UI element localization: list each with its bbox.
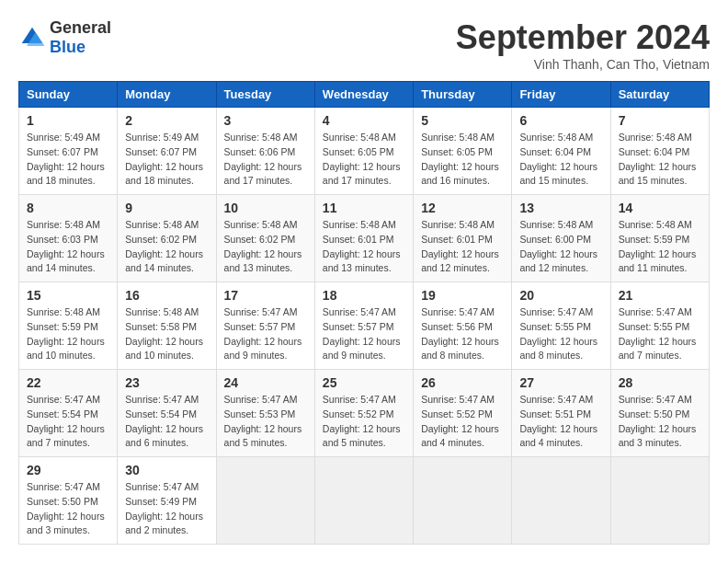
- calendar-day-28: 28 Sunrise: 5:47 AM Sunset: 5:50 PM Dayl…: [610, 370, 709, 457]
- calendar-day-3: 3 Sunrise: 5:48 AM Sunset: 6:06 PM Dayli…: [216, 108, 314, 195]
- day-info: Sunrise: 5:48 AM Sunset: 6:03 PM Dayligh…: [27, 218, 109, 276]
- calendar-day-26: 26 Sunrise: 5:47 AM Sunset: 5:52 PM Dayl…: [414, 370, 512, 457]
- day-number: 7: [619, 113, 701, 128]
- day-info: Sunrise: 5:47 AM Sunset: 5:55 PM Dayligh…: [519, 305, 602, 363]
- page-header: General Blue September 2024 Vinh Thanh, …: [18, 18, 710, 72]
- day-info: Sunrise: 5:48 AM Sunset: 5:58 PM Dayligh…: [125, 305, 208, 363]
- calendar-table: Sunday Monday Tuesday Wednesday Thursday…: [18, 81, 710, 545]
- calendar-day-8: 8 Sunrise: 5:48 AM Sunset: 6:03 PM Dayli…: [19, 195, 118, 282]
- calendar-day-9: 9 Sunrise: 5:48 AM Sunset: 6:02 PM Dayli…: [118, 195, 216, 282]
- day-number: 23: [125, 375, 208, 390]
- header-friday: Friday: [512, 82, 610, 108]
- day-number: 25: [323, 375, 405, 390]
- header-tuesday: Tuesday: [216, 82, 314, 108]
- day-number: 21: [619, 288, 701, 303]
- day-info: Sunrise: 5:47 AM Sunset: 5:50 PM Dayligh…: [619, 393, 701, 451]
- day-number: 15: [27, 288, 109, 303]
- calendar-week-1: 1 Sunrise: 5:49 AM Sunset: 6:07 PM Dayli…: [19, 108, 710, 195]
- day-info: Sunrise: 5:47 AM Sunset: 5:50 PM Dayligh…: [27, 480, 109, 538]
- day-number: 19: [421, 288, 504, 303]
- day-number: 24: [224, 375, 307, 390]
- calendar-week-5: 29 Sunrise: 5:47 AM Sunset: 5:50 PM Dayl…: [19, 457, 710, 545]
- day-info: Sunrise: 5:47 AM Sunset: 5:54 PM Dayligh…: [125, 393, 208, 451]
- calendar-day-7: 7 Sunrise: 5:48 AM Sunset: 6:04 PM Dayli…: [610, 108, 709, 195]
- day-number: 2: [125, 113, 208, 128]
- calendar-day-14: 14 Sunrise: 5:48 AM Sunset: 5:59 PM Dayl…: [610, 195, 709, 282]
- calendar-day-13: 13 Sunrise: 5:48 AM Sunset: 6:00 PM Dayl…: [512, 195, 610, 282]
- empty-cell: [512, 457, 610, 545]
- day-info: Sunrise: 5:48 AM Sunset: 5:59 PM Dayligh…: [27, 305, 109, 363]
- day-number: 29: [27, 463, 109, 477]
- day-info: Sunrise: 5:47 AM Sunset: 5:49 PM Dayligh…: [125, 480, 208, 538]
- calendar-day-2: 2 Sunrise: 5:49 AM Sunset: 6:07 PM Dayli…: [118, 108, 216, 195]
- calendar-day-5: 5 Sunrise: 5:48 AM Sunset: 6:05 PM Dayli…: [414, 108, 512, 195]
- logo-text-general: General: [50, 18, 111, 37]
- day-info: Sunrise: 5:47 AM Sunset: 5:57 PM Dayligh…: [224, 305, 307, 363]
- day-number: 14: [619, 201, 701, 215]
- day-info: Sunrise: 5:47 AM Sunset: 5:53 PM Dayligh…: [224, 393, 307, 451]
- day-number: 4: [323, 113, 405, 128]
- day-number: 22: [27, 375, 109, 390]
- empty-cell: [414, 457, 512, 545]
- calendar-day-20: 20 Sunrise: 5:47 AM Sunset: 5:55 PM Dayl…: [512, 282, 610, 370]
- calendar-day-30: 30 Sunrise: 5:47 AM Sunset: 5:49 PM Dayl…: [118, 457, 216, 545]
- day-info: Sunrise: 5:47 AM Sunset: 5:52 PM Dayligh…: [323, 393, 405, 451]
- calendar-day-21: 21 Sunrise: 5:47 AM Sunset: 5:55 PM Dayl…: [610, 282, 709, 370]
- day-number: 26: [421, 375, 504, 390]
- calendar-day-29: 29 Sunrise: 5:47 AM Sunset: 5:50 PM Dayl…: [19, 457, 118, 545]
- day-number: 6: [519, 113, 602, 128]
- day-number: 17: [224, 288, 307, 303]
- day-info: Sunrise: 5:47 AM Sunset: 5:52 PM Dayligh…: [421, 393, 504, 451]
- day-info: Sunrise: 5:48 AM Sunset: 6:05 PM Dayligh…: [421, 131, 504, 189]
- title-area: September 2024 Vinh Thanh, Can Tho, Viet…: [456, 18, 710, 72]
- day-number: 12: [421, 201, 504, 215]
- day-number: 1: [27, 113, 109, 128]
- empty-cell: [610, 457, 709, 545]
- header-sunday: Sunday: [19, 82, 118, 108]
- day-number: 8: [27, 201, 109, 215]
- calendar-day-25: 25 Sunrise: 5:47 AM Sunset: 5:52 PM Dayl…: [314, 370, 413, 457]
- calendar-day-19: 19 Sunrise: 5:47 AM Sunset: 5:56 PM Dayl…: [414, 282, 512, 370]
- day-number: 9: [125, 201, 208, 215]
- day-info: Sunrise: 5:48 AM Sunset: 6:06 PM Dayligh…: [224, 131, 307, 189]
- day-number: 16: [125, 288, 208, 303]
- day-number: 11: [323, 201, 405, 215]
- calendar-day-27: 27 Sunrise: 5:47 AM Sunset: 5:51 PM Dayl…: [512, 370, 610, 457]
- calendar-day-16: 16 Sunrise: 5:48 AM Sunset: 5:58 PM Dayl…: [118, 282, 216, 370]
- day-info: Sunrise: 5:48 AM Sunset: 6:01 PM Dayligh…: [323, 218, 405, 276]
- day-number: 30: [125, 463, 208, 477]
- header-monday: Monday: [118, 82, 216, 108]
- day-info: Sunrise: 5:47 AM Sunset: 5:51 PM Dayligh…: [519, 393, 602, 451]
- header-thursday: Thursday: [414, 82, 512, 108]
- calendar-day-18: 18 Sunrise: 5:47 AM Sunset: 5:57 PM Dayl…: [314, 282, 413, 370]
- logo-text-blue: Blue: [50, 38, 85, 56]
- calendar-week-2: 8 Sunrise: 5:48 AM Sunset: 6:03 PM Dayli…: [19, 195, 710, 282]
- calendar-day-17: 17 Sunrise: 5:47 AM Sunset: 5:57 PM Dayl…: [216, 282, 314, 370]
- calendar-day-24: 24 Sunrise: 5:47 AM Sunset: 5:53 PM Dayl…: [216, 370, 314, 457]
- logo: General Blue: [18, 18, 111, 57]
- logo-icon: [18, 24, 46, 52]
- day-number: 20: [519, 288, 602, 303]
- calendar-day-22: 22 Sunrise: 5:47 AM Sunset: 5:54 PM Dayl…: [19, 370, 118, 457]
- calendar-day-12: 12 Sunrise: 5:48 AM Sunset: 6:01 PM Dayl…: [414, 195, 512, 282]
- calendar-header-row: Sunday Monday Tuesday Wednesday Thursday…: [19, 82, 710, 108]
- day-info: Sunrise: 5:48 AM Sunset: 6:05 PM Dayligh…: [323, 131, 405, 189]
- day-info: Sunrise: 5:47 AM Sunset: 5:55 PM Dayligh…: [619, 305, 701, 363]
- day-info: Sunrise: 5:47 AM Sunset: 5:56 PM Dayligh…: [421, 305, 504, 363]
- day-number: 5: [421, 113, 504, 128]
- day-info: Sunrise: 5:48 AM Sunset: 6:04 PM Dayligh…: [519, 131, 602, 189]
- day-info: Sunrise: 5:48 AM Sunset: 6:02 PM Dayligh…: [224, 218, 307, 276]
- day-number: 28: [619, 375, 701, 390]
- header-wednesday: Wednesday: [314, 82, 413, 108]
- empty-cell: [314, 457, 413, 545]
- day-number: 18: [323, 288, 405, 303]
- day-info: Sunrise: 5:48 AM Sunset: 6:00 PM Dayligh…: [519, 218, 602, 276]
- day-info: Sunrise: 5:49 AM Sunset: 6:07 PM Dayligh…: [125, 131, 208, 189]
- day-number: 3: [224, 113, 307, 128]
- day-number: 10: [224, 201, 307, 215]
- calendar-day-1: 1 Sunrise: 5:49 AM Sunset: 6:07 PM Dayli…: [19, 108, 118, 195]
- calendar-week-3: 15 Sunrise: 5:48 AM Sunset: 5:59 PM Dayl…: [19, 282, 710, 370]
- calendar-day-23: 23 Sunrise: 5:47 AM Sunset: 5:54 PM Dayl…: [118, 370, 216, 457]
- empty-cell: [216, 457, 314, 545]
- day-number: 27: [519, 375, 602, 390]
